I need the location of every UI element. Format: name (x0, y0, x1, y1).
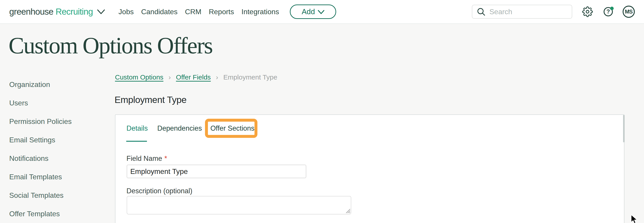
logo-product-text: Recruiting (56, 7, 93, 17)
chevron-down-icon (97, 9, 105, 16)
sidebar-item-social-templates[interactable]: Social Templates (9, 186, 104, 204)
active-tab-underline (126, 141, 147, 142)
breadcrumb: Custom Options › Offer Fields › Employme… (115, 73, 277, 81)
breadcrumb-custom-options[interactable]: Custom Options (115, 73, 163, 81)
nav-item-crm[interactable]: CRM (185, 8, 202, 16)
sidebar-item-users[interactable]: Users (9, 94, 104, 112)
avatar-initials: MS (625, 9, 632, 15)
field-name-input[interactable] (127, 165, 306, 178)
nav-item-integrations[interactable]: Integrations (242, 8, 279, 16)
chevron-down-icon (318, 10, 324, 15)
app-switcher-logo[interactable]: greenhouse Recruiting (9, 7, 105, 17)
add-button-label: Add (302, 8, 315, 16)
nav-right-cluster: ? MS (472, 5, 644, 19)
sidebar-item-email-templates[interactable]: Email Templates (9, 168, 104, 186)
search-icon (476, 7, 486, 17)
user-avatar[interactable]: MS (622, 6, 635, 18)
sidebar-item-permission-policies[interactable]: Permission Policies (9, 112, 104, 131)
add-button[interactable]: Add (290, 5, 336, 19)
help-icon[interactable]: ? (603, 6, 614, 18)
global-search[interactable] (472, 5, 572, 19)
sidebar-item-organization[interactable]: Organization (9, 75, 104, 94)
search-input[interactable] (490, 8, 568, 16)
settings-sidebar: Organization Users Permission Policies E… (9, 75, 104, 223)
field-name-label-text: Field Name (126, 154, 162, 162)
field-name-label: Field Name* (126, 154, 167, 163)
field-heading: Employment Type (114, 95, 186, 105)
page-title: Custom Options Offers (8, 32, 212, 59)
top-navigation-bar: greenhouse Recruiting Jobs Candidates CR… (0, 0, 644, 24)
breadcrumb-separator-icon: › (168, 73, 171, 81)
nav-item-candidates[interactable]: Candidates (141, 8, 178, 16)
breadcrumb-separator-icon: › (216, 73, 218, 81)
svg-text:?: ? (606, 8, 610, 15)
tab-details[interactable]: Details (126, 124, 148, 132)
nav-item-jobs[interactable]: Jobs (118, 8, 134, 16)
description-textarea[interactable] (127, 196, 351, 214)
logo-brand-text: greenhouse (9, 7, 53, 17)
required-asterisk: * (164, 154, 167, 162)
card-scrollbar-thumb[interactable] (623, 115, 625, 142)
sidebar-item-notifications[interactable]: Notifications (9, 149, 104, 168)
nav-item-reports[interactable]: Reports (209, 8, 234, 16)
primary-nav-menu: Jobs Candidates CRM Reports Integrations (118, 8, 279, 16)
settings-gear-icon[interactable] (582, 6, 593, 17)
tab-offer-sections[interactable]: Offer Sections (210, 124, 254, 132)
mouse-cursor-icon (630, 214, 640, 223)
sidebar-item-email-settings[interactable]: Email Settings (9, 131, 104, 149)
description-label: Description (optional) (126, 187, 192, 195)
sidebar-item-offer-templates[interactable]: Offer Templates (9, 204, 104, 223)
tab-dependencies[interactable]: Dependencies (157, 124, 202, 132)
breadcrumb-offer-fields[interactable]: Offer Fields (176, 73, 211, 81)
breadcrumb-current-page: Employment Type (224, 73, 278, 81)
